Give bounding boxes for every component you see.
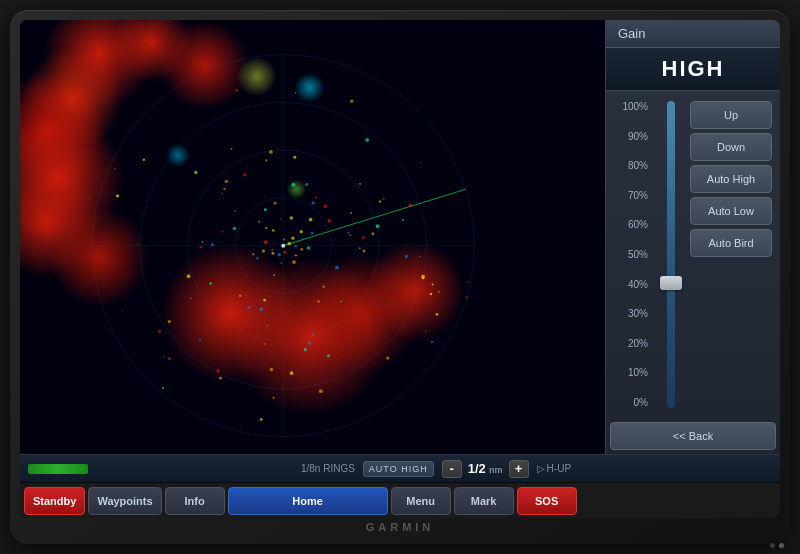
scale-80: 80%	[614, 160, 652, 171]
gain-back-button[interactable]: << Back	[610, 422, 776, 450]
radar-canvas	[20, 20, 605, 454]
range-number: 1/2	[468, 461, 486, 476]
gain-auto-high-button[interactable]: Auto High	[690, 165, 772, 193]
waypoints-button[interactable]: Waypoints	[88, 487, 161, 515]
mark-button[interactable]: Mark	[454, 487, 514, 515]
menu-button[interactable]: Menu	[391, 487, 451, 515]
hup-indicator: ▷ H-UP	[537, 463, 571, 474]
gain-body: 100% 90% 80% 70% 60% 50% 40% 30% 20% 10%…	[606, 91, 780, 418]
range-unit: nm	[489, 465, 503, 475]
scale-0: 0%	[614, 397, 652, 408]
standby-indicator	[28, 464, 88, 474]
gain-slider-thumb[interactable]	[660, 276, 682, 290]
scale-70: 70%	[614, 190, 652, 201]
gain-auto-low-button[interactable]: Auto Low	[690, 197, 772, 225]
range-value-display: 1/2 nm	[468, 461, 503, 476]
gain-slider-track	[667, 101, 675, 408]
scale-30: 30%	[614, 308, 652, 319]
scale-90: 90%	[614, 131, 652, 142]
gain-up-button[interactable]: Up	[690, 101, 772, 129]
screen-content: Gain HIGH 100% 90% 80% 70% 60% 50% 40% 3…	[20, 20, 780, 454]
info-button[interactable]: Info	[165, 487, 225, 515]
gain-down-button[interactable]: Down	[690, 133, 772, 161]
device-frame: Gain HIGH 100% 90% 80% 70% 60% 50% 40% 3…	[10, 10, 790, 544]
compass-icon: ▷	[537, 463, 545, 474]
scale-60: 60%	[614, 219, 652, 230]
gain-slider-container[interactable]	[656, 97, 686, 412]
range-increase-button[interactable]: +	[509, 460, 529, 478]
hup-label: H-UP	[547, 463, 571, 474]
nav-bar: Standby Waypoints Info Home Menu Mark SO…	[20, 482, 780, 518]
dot-2	[779, 543, 784, 548]
gain-header-label: Gain	[606, 20, 780, 48]
auto-high-badge: AUTO HIGH	[363, 461, 434, 477]
standby-button[interactable]: Standby	[24, 487, 85, 515]
screen-area: Gain HIGH 100% 90% 80% 70% 60% 50% 40% 3…	[20, 20, 780, 518]
scale-100: 100%	[614, 101, 652, 112]
range-control: - 1/2 nm +	[442, 460, 529, 478]
scale-20: 20%	[614, 338, 652, 349]
rings-info: 1/8n RINGS	[301, 463, 355, 474]
scale-10: 10%	[614, 367, 652, 378]
gain-value-display: HIGH	[606, 48, 780, 91]
indicator-dots	[770, 543, 784, 548]
scale-40: 40%	[614, 279, 652, 290]
gain-panel: Gain HIGH 100% 90% 80% 70% 60% 50% 40% 3…	[605, 20, 780, 454]
gain-auto-bird-button[interactable]: Auto Bird	[690, 229, 772, 257]
status-bar: 1/8n RINGS AUTO HIGH - 1/2 nm + ▷ H-UP	[20, 454, 780, 482]
sos-button[interactable]: SOS	[517, 487, 577, 515]
radar-info: 1/8n RINGS AUTO HIGH - 1/2 nm + ▷ H-UP	[100, 460, 772, 478]
gain-scale: 100% 90% 80% 70% 60% 50% 40% 30% 20% 10%…	[606, 97, 656, 412]
dot-1	[770, 543, 775, 548]
radar-display	[20, 20, 605, 454]
home-button[interactable]: Home	[228, 487, 388, 515]
range-decrease-button[interactable]: -	[442, 460, 462, 478]
scale-50: 50%	[614, 249, 652, 260]
brand-logo: GARMIN	[20, 518, 780, 534]
gain-button-group: Up Down Auto High Auto Low Auto Bird	[686, 97, 776, 412]
